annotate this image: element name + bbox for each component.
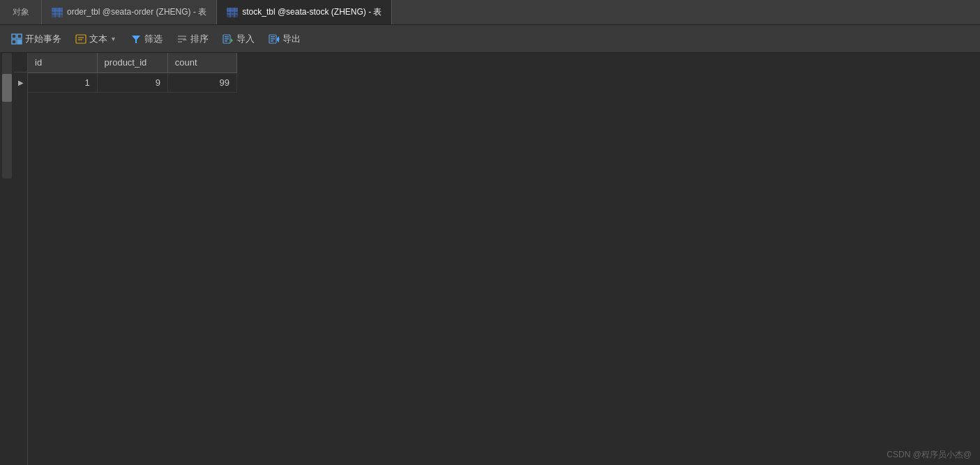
text-button[interactable]: 文本 ▼: [70, 30, 122, 48]
svg-rect-14: [12, 40, 16, 44]
filter-button[interactable]: 筛选: [125, 30, 168, 48]
svg-rect-31: [271, 38, 275, 40]
transaction-button[interactable]: 开始事务: [6, 30, 67, 48]
svg-rect-26: [225, 38, 229, 40]
sort-icon: [176, 33, 188, 45]
table-container: ▶ id product_id count 1 9 99: [14, 53, 980, 465]
toolbar: 开始事务 文本 ▼ 筛选 排序: [0, 25, 980, 53]
svg-rect-12: [12, 34, 16, 38]
row-indicator-cell: ▶: [14, 73, 27, 92]
data-table-wrapper[interactable]: id product_id count 1 9 99: [28, 53, 980, 465]
cell-count[interactable]: 99: [167, 73, 236, 92]
objects-label[interactable]: 对象: [0, 0, 42, 24]
cell-product-id[interactable]: 9: [97, 73, 167, 92]
import-button[interactable]: 导入: [217, 30, 260, 48]
svg-rect-30: [271, 36, 275, 38]
table-icon-stock: [227, 8, 238, 17]
col-header-id[interactable]: id: [28, 53, 97, 73]
scroll-track: [2, 53, 12, 178]
filter-icon: [130, 33, 142, 45]
svg-rect-16: [76, 35, 86, 43]
watermark: CSDN @程序员小杰@: [887, 449, 972, 461]
col-header-product-id[interactable]: product_id: [97, 53, 167, 73]
svg-rect-13: [17, 34, 22, 38]
transaction-icon: [11, 33, 22, 45]
tab-stock[interactable]: stock_tbl @seata-stock (ZHENG) - 表: [217, 0, 392, 24]
row-indicator: ▶: [14, 53, 28, 465]
text-dropdown-arrow: ▼: [110, 36, 116, 43]
svg-marker-19: [132, 36, 140, 43]
title-bar: 对象 order_tbl @seata-order (ZHENG) - 表: [0, 0, 980, 25]
svg-rect-32: [271, 40, 273, 42]
export-icon: [269, 33, 280, 45]
svg-marker-28: [231, 38, 233, 43]
svg-rect-5: [52, 8, 63, 11]
svg-rect-15: [17, 40, 22, 44]
scroll-thumb: [2, 74, 12, 102]
export-button[interactable]: 导出: [263, 30, 306, 48]
data-table: id product_id count 1 9 99: [28, 53, 237, 93]
svg-rect-11: [227, 8, 238, 11]
row-arrow: ▶: [18, 79, 24, 86]
table-row[interactable]: 1 9 99: [28, 73, 237, 92]
import-icon: [223, 33, 234, 45]
row-indicator-header: [14, 53, 27, 73]
left-scroll[interactable]: [0, 53, 14, 465]
col-header-count[interactable]: count: [167, 53, 236, 73]
sort-button[interactable]: 排序: [171, 30, 214, 48]
svg-rect-25: [225, 36, 229, 38]
text-icon: [75, 33, 86, 45]
cell-id[interactable]: 1: [28, 73, 97, 92]
main-content: ▶ id product_id count 1 9 99: [0, 53, 980, 465]
svg-rect-27: [225, 40, 227, 42]
tab-order[interactable]: order_tbl @seata-order (ZHENG) - 表: [42, 0, 217, 24]
table-icon-order: [52, 8, 63, 17]
